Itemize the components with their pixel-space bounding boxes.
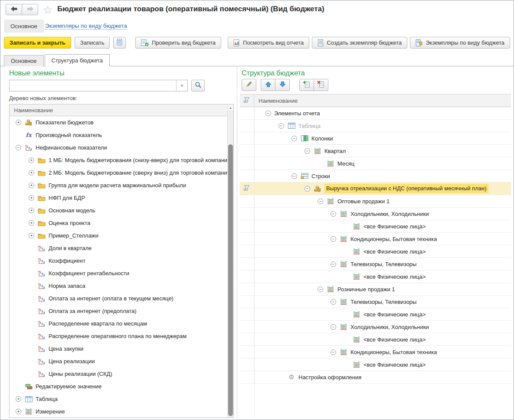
expand-icon[interactable]: + (29, 170, 34, 176)
tree-item[interactable]: +2 МБ: Модель бюджетирование (сверху вни… (10, 166, 227, 179)
expand-icon[interactable]: + (29, 182, 34, 188)
nav-link-instances[interactable]: Экземпляры по виду бюджета (45, 23, 127, 29)
expand-icon[interactable]: + (29, 157, 34, 163)
search-button[interactable] (191, 80, 205, 91)
collapse-icon[interactable]: − (291, 173, 297, 179)
edit-button[interactable] (242, 79, 256, 91)
tree-item[interactable]: 123Доли в квартале (10, 242, 227, 254)
tree-item[interactable]: +Оценка проекта (10, 217, 227, 229)
forward-button[interactable] (22, 4, 38, 15)
structure-item[interactable]: −Кондиционеры, Бытовая техника (240, 346, 511, 358)
move-up-button[interactable] (261, 79, 275, 91)
tree-item[interactable]: 123Оплата за интернет (предоплата) (10, 305, 227, 317)
structure-item[interactable]: Месяц (240, 157, 511, 170)
instances-by-budget-view-button[interactable]: Экземпляры по виду бюджета (410, 37, 510, 49)
collapse-icon[interactable]: − (331, 236, 336, 242)
save-close-button[interactable]: Записать и закрыть (4, 37, 71, 49)
structure-item[interactable]: −Холодильники, Холодильники (240, 208, 511, 220)
star-icon[interactable]: ☆ (43, 3, 52, 16)
tree-item[interactable]: 123Цены реализации (СКД) (10, 368, 227, 380)
expand-icon[interactable]: + (29, 220, 34, 226)
structure-item[interactable]: −Телевизоры, Телевизоры (240, 258, 511, 270)
tree-item[interactable]: 123Расперделение квартала по месяцам (10, 317, 227, 330)
collapse-icon[interactable]: − (331, 261, 336, 267)
structure-item[interactable]: −Оптовые продажи 1 (240, 195, 511, 208)
collapse-icon[interactable]: − (265, 111, 271, 116)
tree-item[interactable]: +Пример_Стеллажи (10, 229, 227, 242)
back-button[interactable] (6, 4, 22, 15)
structure-item[interactable]: <все Физические лица> (240, 270, 511, 283)
create-budget-instance-button[interactable]: Создать экземпляр бюджета (312, 37, 407, 49)
tree-item[interactable]: −123Нефинансовые показатели (10, 141, 227, 154)
left-column-header[interactable]: Наименование (10, 104, 227, 116)
tree-item[interactable]: +НФП для БДР (10, 192, 227, 204)
collapse-icon[interactable]: − (318, 287, 323, 292)
tree-item[interactable]: +Таблица (10, 393, 227, 405)
structure-item[interactable]: −Холодильники, Холодильники (240, 321, 511, 333)
tree-item[interactable]: +Группа для модели расчета маржинальной … (10, 179, 227, 192)
structure-item[interactable]: −Телевизоры, Телевизоры (240, 296, 511, 308)
tree-item[interactable]: 123Цена реализации (10, 355, 227, 368)
structure-item[interactable]: ⚙Настройка оформления (240, 371, 511, 384)
scroll-up-icon[interactable]: ▲ (228, 104, 233, 111)
scrollbar-thumb[interactable] (228, 144, 233, 416)
tree-item[interactable]: +Показатели бюджетов (10, 116, 227, 129)
tree-item[interactable]: 123Норма запаса (10, 280, 227, 292)
filter-column-header[interactable] (240, 94, 254, 107)
structure-item[interactable]: −Кондиционеры, Бытовая техника (240, 233, 511, 245)
structure-item[interactable]: <все Физические лица> (240, 333, 511, 346)
tree-item[interactable]: 123Распределение оперативного плана по м… (10, 330, 227, 342)
tree-item[interactable]: +Основная модель (10, 204, 227, 217)
expand-icon[interactable]: + (16, 120, 21, 125)
view-report-button[interactable]: Посмотреть вид отчета (228, 37, 309, 49)
panel-splitter[interactable] (237, 67, 237, 419)
collapse-icon[interactable]: − (331, 324, 336, 330)
tab-budget-structure[interactable]: Структура бюджета (45, 54, 110, 66)
collapse-icon[interactable]: − (16, 145, 21, 150)
expand-icon[interactable]: + (29, 195, 34, 201)
collapse-icon[interactable]: − (331, 299, 336, 305)
collapse-icon[interactable]: − (331, 349, 336, 355)
structure-item-selected[interactable]: −Выручка отреализации с НДС (оперативный… (240, 182, 511, 195)
check-budget-view-button[interactable]: Проверить вид бюджета (135, 37, 221, 49)
structure-item[interactable]: <все Физические лица> (240, 220, 511, 233)
tree-item[interactable]: 123Оплата за интернет (оплата в текущем … (10, 292, 227, 305)
delete-row-button[interactable] (314, 79, 328, 91)
structure-item[interactable]: <все Физические лица> (240, 358, 511, 371)
structure-item[interactable]: <все Физические лица> (240, 245, 511, 258)
expand-icon[interactable]: + (16, 409, 21, 414)
tree-item[interactable]: +1 МБ: Модель бюджетирования (снизу-ввер… (10, 154, 227, 166)
collapse-icon[interactable]: − (278, 123, 284, 129)
save-button[interactable]: Записать (75, 37, 110, 49)
collapse-icon[interactable]: − (304, 148, 310, 154)
structure-item[interactable]: −Элементы отчета (240, 107, 511, 120)
add-row-button[interactable] (299, 79, 314, 91)
structure-item[interactable]: −Квартал (240, 145, 511, 157)
tree-item[interactable]: Редактируемое значение (10, 380, 227, 393)
command-list-button[interactable] (113, 37, 126, 49)
tree-item[interactable]: 123Коэффициент рентабельности (10, 267, 227, 280)
tab-main[interactable]: Основное (4, 55, 44, 66)
structure-item[interactable]: −Колонки (240, 132, 511, 145)
expand-icon[interactable]: + (29, 208, 34, 213)
right-column-header[interactable]: Наименование (254, 94, 298, 107)
tree-item[interactable]: 123Цена закупки (10, 342, 227, 355)
expand-icon[interactable]: + (16, 396, 21, 402)
collapse-icon[interactable]: − (304, 186, 310, 192)
structure-item[interactable]: <все Физические лица> (240, 308, 511, 321)
search-input[interactable] (10, 80, 176, 91)
structure-item[interactable]: −Розничные продажи 1 (240, 283, 511, 296)
structure-item[interactable]: −Таблица (240, 120, 511, 132)
tree-item[interactable]: 123Коэффициент (10, 254, 227, 267)
collapse-icon[interactable]: − (331, 211, 336, 217)
collapse-icon[interactable]: − (291, 136, 297, 141)
nav-tab-main[interactable]: Основное (4, 20, 44, 33)
vertical-scrollbar[interactable]: ▲ (227, 104, 233, 417)
move-down-button[interactable] (275, 79, 290, 91)
tree-item[interactable]: fxПроизводный показатель (10, 129, 227, 141)
tree-item[interactable]: +Измерение (10, 405, 227, 417)
structure-item[interactable]: −Строки (240, 170, 511, 182)
clear-x-icon[interactable]: × (176, 80, 187, 91)
expand-icon[interactable]: + (29, 233, 34, 238)
collapse-icon[interactable]: − (318, 199, 323, 204)
